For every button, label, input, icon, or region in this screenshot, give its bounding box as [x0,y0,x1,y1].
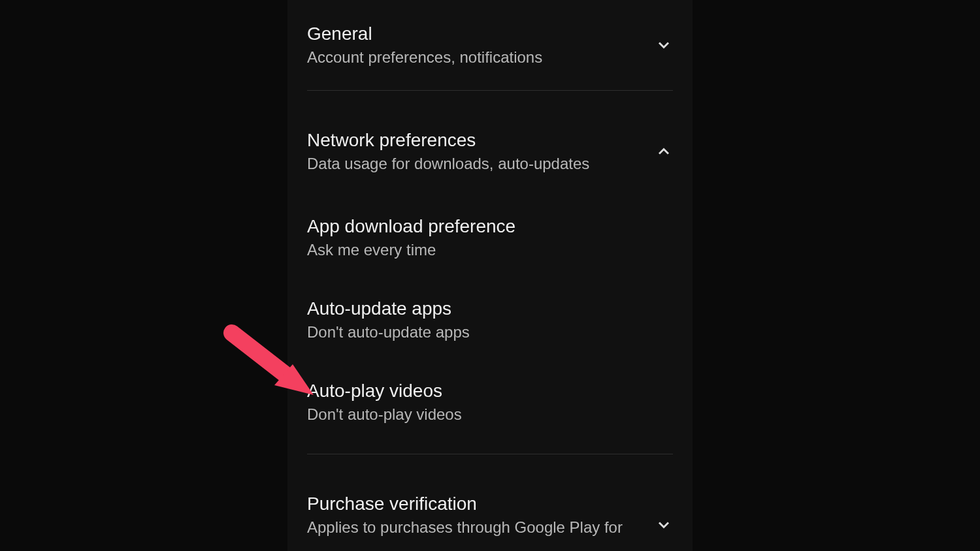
setting-auto-update-title: Auto-update apps [307,298,673,319]
setting-auto-update-apps[interactable]: Auto-update apps Don't auto-update apps [287,279,693,361]
settings-panel: General Account preferences, notificatio… [287,0,693,551]
setting-auto-play-videos[interactable]: Auto-play videos Don't auto-play videos [287,361,693,443]
section-general-text: General Account preferences, notificatio… [307,24,655,67]
chevron-down-icon [655,516,673,534]
setting-app-download-preference[interactable]: App download preference Ask me every tim… [287,197,693,279]
section-purchase-text: Purchase verification Applies to purchas… [307,494,655,537]
section-network-text: Network preferences Data usage for downl… [307,130,655,173]
section-purchase-title: Purchase verification [307,494,655,514]
chevron-up-icon [655,142,673,161]
section-network-title: Network preferences [307,130,655,151]
setting-app-download-subtitle: Ask me every time [307,241,673,259]
section-gap [287,454,693,470]
section-general[interactable]: General Account preferences, notificatio… [287,0,693,90]
section-purchase-verification[interactable]: Purchase verification Applies to purchas… [287,470,693,537]
setting-auto-play-title: Auto-play videos [307,381,673,401]
setting-auto-play-subtitle: Don't auto-play videos [307,405,673,424]
section-purchase-subtitle: Applies to purchases through Google Play… [307,518,655,537]
section-gap [287,91,693,106]
setting-app-download-title: App download preference [307,216,673,237]
section-general-title: General [307,24,655,44]
section-network-subtitle: Data usage for downloads, auto-updates [307,155,655,173]
section-network[interactable]: Network preferences Data usage for downl… [287,106,693,197]
section-general-subtitle: Account preferences, notifications [307,48,655,67]
chevron-down-icon [655,36,673,54]
svg-line-0 [232,333,291,379]
setting-auto-update-subtitle: Don't auto-update apps [307,323,673,341]
